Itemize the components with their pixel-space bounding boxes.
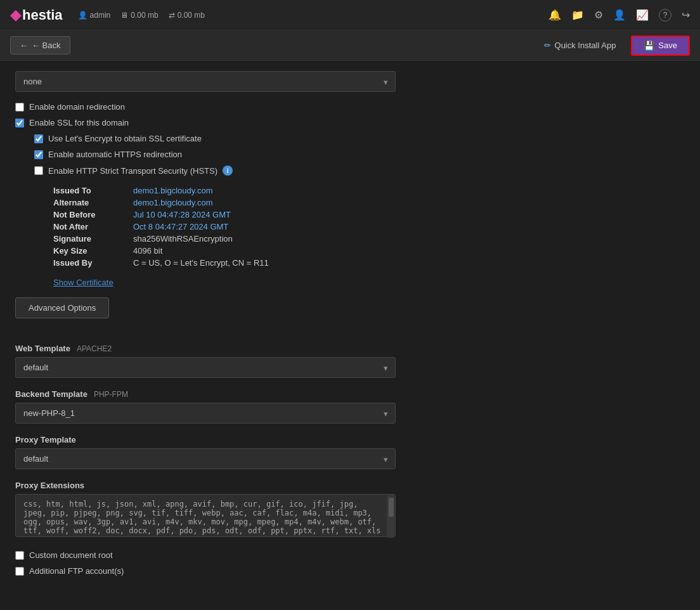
backend-template-section: Backend Template PHP-FPM new-PHP-8_1 (15, 389, 555, 424)
enable-domain-redirection-row: Enable domain redirection (15, 102, 555, 112)
additional-ftp-row: Additional FTP account(s) (15, 566, 555, 576)
help-icon[interactable]: ? (659, 9, 671, 22)
quick-install-button[interactable]: ✏ Quick Install App (536, 37, 624, 54)
bell-icon[interactable]: 🔔 (548, 9, 561, 21)
show-certificate-link[interactable]: Show Certificate (53, 278, 113, 287)
cert-info: Issued To demo1.bigcloudy.com Alternate … (53, 186, 555, 268)
hsts-checkbox[interactable] (34, 166, 43, 175)
nav-icons: 🔔 📁 ⚙ 👤 📈 ? ↪ (548, 9, 690, 22)
floppy-icon: 💾 (644, 41, 654, 51)
logout-icon[interactable]: ↪ (682, 9, 690, 21)
hsts-row: Enable HTTP Strict Transport Security (H… (34, 165, 555, 176)
backend-template-label-row: Backend Template PHP-FPM (15, 389, 555, 399)
mem2-value: 0.00 mb (178, 11, 205, 20)
lets-encrypt-checkbox[interactable] (34, 134, 43, 143)
cert-not-after-value: Oct 8 04:47:27 2024 GMT (133, 222, 228, 231)
custom-doc-root-label[interactable]: Custom document root (29, 550, 113, 560)
arrow-left-icon: ← (20, 41, 28, 50)
cert-issued-to-label: Issued To (53, 186, 123, 195)
user-icon: 👤 (78, 11, 88, 20)
back-button[interactable]: ← ← Back (10, 36, 70, 55)
cert-alternate-row: Alternate demo1.bigcloudy.com (53, 198, 555, 207)
backend-template-badge: PHP-FPM (94, 390, 128, 399)
mem1-wrap: 🖥 0.00 mb (120, 11, 158, 20)
logo-mark: ◆ (10, 7, 21, 23)
gear-icon[interactable]: ⚙ (594, 9, 603, 21)
back-label: ← Back (32, 41, 61, 50)
scrollbar-thumb (389, 498, 394, 517)
cert-not-after-row: Not After Oct 8 04:47:27 2024 GMT (53, 222, 555, 231)
save-label: Save (658, 41, 677, 50)
backend-template-label: Backend Template (15, 389, 88, 399)
scrollbar-track (387, 495, 394, 538)
web-template-select-wrapper: default (15, 357, 396, 378)
cert-not-before-label: Not Before (53, 210, 123, 219)
pencil-icon: ✏ (544, 41, 551, 50)
topnav: ◆ hestia 👤 admin 🖥 0.00 mb ⇄ 0.00 mb 🔔 📁… (0, 0, 700, 30)
proxy-extensions-textarea[interactable] (15, 494, 396, 537)
cert-not-after-label: Not After (53, 222, 123, 231)
user-icon-wrap: 👤 admin (78, 11, 111, 20)
enable-ssl-label[interactable]: Enable SSL for this domain (29, 118, 129, 127)
additional-ftp-checkbox[interactable] (15, 567, 24, 576)
web-template-label: Web Template (15, 344, 70, 353)
additional-ftp-label[interactable]: Additional FTP account(s) (29, 566, 124, 576)
custom-doc-root-row: Custom document root (15, 550, 555, 560)
auto-https-checkbox[interactable] (34, 150, 43, 159)
web-template-select[interactable]: default (15, 357, 396, 378)
auto-https-label[interactable]: Enable automatic HTTPS redirection (48, 150, 182, 159)
ssl-options: Use Let's Encrypt to obtain SSL certific… (34, 134, 555, 297)
user-profile-icon[interactable]: 👤 (613, 9, 626, 21)
cert-not-before-value: Jul 10 04:47:28 2024 GMT (133, 210, 231, 219)
top-dropdown-section: none (15, 71, 555, 92)
advanced-options-section: Advanced Options (15, 297, 555, 331)
cert-alternate-value: demo1.bigcloudy.com (133, 198, 213, 207)
quick-install-label: Quick Install App (555, 41, 616, 50)
cert-key-size-row: Key Size 4096 bit (53, 246, 555, 256)
mem2-icon: ⇄ (169, 11, 175, 20)
proxy-template-select-wrapper: default (15, 448, 396, 469)
top-dropdown[interactable]: none (15, 71, 396, 92)
folder-icon[interactable]: 📁 (571, 9, 584, 21)
backend-template-select[interactable]: new-PHP-8_1 (15, 403, 396, 424)
proxy-extensions-label-row: Proxy Extensions (15, 481, 555, 490)
save-button[interactable]: 💾 Save (631, 36, 690, 56)
enable-ssl-checkbox[interactable] (15, 119, 24, 127)
mem1-icon: 🖥 (120, 11, 128, 20)
cert-issued-by-value: C = US, O = Let's Encrypt, CN = R11 (133, 258, 269, 268)
cert-alternate-label: Alternate (53, 198, 123, 207)
proxy-template-label-row: Proxy Template (15, 435, 555, 445)
cert-issued-to-value: demo1.bigcloudy.com (133, 186, 213, 195)
proxy-template-select[interactable]: default (15, 448, 396, 469)
cert-issued-by-row: Issued By C = US, O = Let's Encrypt, CN … (53, 258, 555, 268)
backend-template-select-wrapper: new-PHP-8_1 (15, 403, 396, 424)
enable-ssl-row: Enable SSL for this domain (15, 118, 555, 127)
enable-domain-redirection-label[interactable]: Enable domain redirection (29, 102, 125, 112)
cert-signature-value: sha256WithRSAEncryption (133, 234, 233, 243)
logo-text: hestia (22, 7, 63, 23)
advanced-options-button[interactable]: Advanced Options (15, 297, 109, 318)
web-template-badge: APACHE2 (77, 344, 112, 353)
auto-https-row: Enable automatic HTTPS redirection (34, 150, 555, 159)
cert-issued-to-row: Issued To demo1.bigcloudy.com (53, 186, 555, 195)
enable-domain-redirection-checkbox[interactable] (15, 103, 24, 112)
username: admin (90, 11, 111, 20)
hsts-label[interactable]: Enable HTTP Strict Transport Security (H… (48, 166, 217, 176)
lets-encrypt-label[interactable]: Use Let's Encrypt to obtain SSL certific… (48, 134, 202, 143)
main-content: none Enable domain redirection Enable SS… (0, 61, 571, 592)
proxy-template-label: Proxy Template (15, 435, 76, 445)
custom-doc-root-checkbox[interactable] (15, 551, 24, 560)
lets-encrypt-row: Use Let's Encrypt to obtain SSL certific… (34, 134, 555, 143)
user-info: 👤 admin 🖥 0.00 mb ⇄ 0.00 mb (78, 11, 205, 20)
chart-icon[interactable]: 📈 (636, 9, 649, 21)
toolbar: ← ← Back ✏ Quick Install App 💾 Save (0, 30, 700, 61)
cert-signature-label: Signature (53, 234, 123, 243)
proxy-extensions-wrapper (15, 494, 396, 539)
cert-key-size-label: Key Size (53, 246, 123, 256)
top-select-wrapper: none (15, 71, 396, 92)
mem1-value: 0.00 mb (131, 11, 158, 20)
web-template-section: Web Template APACHE2 default (15, 344, 555, 378)
cert-not-before-row: Not Before Jul 10 04:47:28 2024 GMT (53, 210, 555, 219)
cert-key-size-value: 4096 bit (133, 246, 162, 256)
hsts-info-icon[interactable]: i (223, 165, 233, 176)
